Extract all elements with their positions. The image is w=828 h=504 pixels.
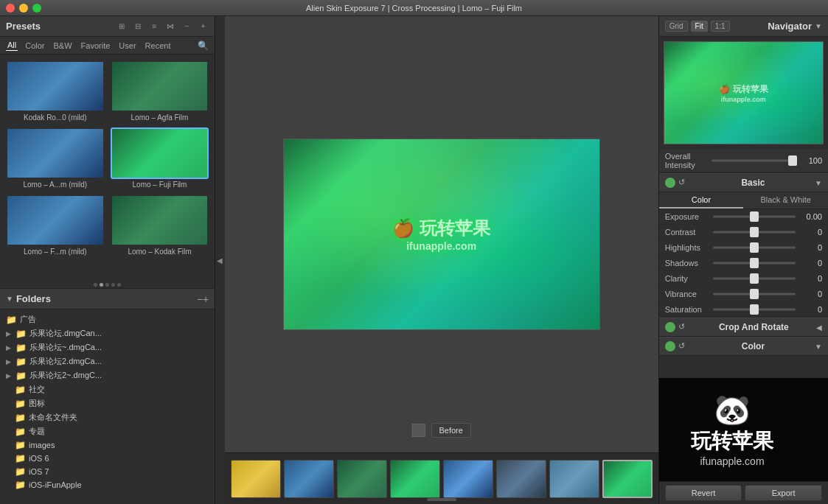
section-reset-icon[interactable]: ↺ bbox=[678, 178, 689, 188]
panel-collapse-arrow[interactable]: ◀ bbox=[215, 16, 224, 504]
folders-collapse-icon[interactable]: ▼ bbox=[6, 295, 13, 303]
slider-thumb[interactable] bbox=[788, 155, 797, 166]
vibrance-value: 0 bbox=[796, 290, 822, 298]
contrast-slider[interactable] bbox=[713, 227, 796, 237]
intensity-slider[interactable] bbox=[712, 155, 797, 166]
scroll-dot bbox=[117, 283, 121, 287]
tab-favorite[interactable]: Favorite bbox=[80, 41, 112, 51]
clarity-slider[interactable] bbox=[713, 273, 796, 284]
vibrance-row: Vibrance 0 bbox=[659, 287, 828, 302]
options-icon[interactable]: ⋈ bbox=[164, 21, 176, 32]
filmstrip bbox=[225, 452, 658, 504]
folder-item[interactable]: 📁 广告 bbox=[0, 312, 215, 326]
folders-minus-icon[interactable]: − bbox=[197, 293, 203, 305]
plus-icon[interactable]: + bbox=[197, 21, 209, 32]
preset-thumbnail bbox=[7, 196, 103, 245]
folder-icon: 📁 bbox=[15, 413, 26, 423]
slider-thumb[interactable] bbox=[750, 289, 759, 299]
search-icon[interactable]: 🔍 bbox=[198, 41, 209, 51]
crop-rotate-section[interactable]: ↺ Crop And Rotate ◀ bbox=[659, 318, 828, 337]
preset-item-selected[interactable]: Lomo – Fuji Film bbox=[111, 127, 209, 189]
preset-item[interactable]: Lomo – Agfa Film bbox=[111, 60, 209, 122]
folder-item[interactable]: ▶ 📁 乐果论坛2~.dmgC... bbox=[0, 368, 215, 382]
minimize-button[interactable] bbox=[19, 4, 28, 13]
folders-plus-icon[interactable]: + bbox=[203, 293, 209, 305]
folder-item[interactable]: 📁 社交 bbox=[0, 382, 215, 396]
color-bw-tabs: Color Black & White bbox=[659, 192, 828, 209]
grid-view-icon[interactable]: ⊞ bbox=[116, 21, 128, 32]
shadows-slider[interactable] bbox=[713, 258, 796, 268]
slider-track bbox=[712, 160, 797, 162]
folder-item[interactable]: 📁 iOS 6 bbox=[0, 452, 215, 465]
filmstrip-item[interactable] bbox=[284, 460, 334, 498]
section-enable-icon[interactable] bbox=[665, 178, 675, 188]
color-tab[interactable]: Color bbox=[659, 192, 744, 209]
folder-item[interactable]: 📁 专题 bbox=[0, 424, 215, 438]
vibrance-slider[interactable] bbox=[713, 289, 796, 299]
folder-item[interactable]: 📁 iOS 7 bbox=[0, 465, 215, 478]
folder-item[interactable]: 📁 iOS-iFunApple bbox=[0, 478, 215, 491]
close-button[interactable] bbox=[6, 4, 15, 13]
export-button[interactable]: Export bbox=[745, 485, 822, 501]
film-thumbnail bbox=[444, 461, 493, 497]
nav-watermark-line1: 🍎 玩转苹果 bbox=[719, 83, 768, 96]
filmstrip-item[interactable] bbox=[390, 460, 440, 498]
ratio-btn[interactable]: 1:1 bbox=[711, 21, 730, 32]
revert-button[interactable]: Revert bbox=[665, 485, 742, 501]
tab-color[interactable]: Color bbox=[24, 41, 46, 51]
filmstrip-item[interactable] bbox=[443, 460, 493, 498]
preset-item[interactable]: Lomo – Kodak Film bbox=[111, 195, 209, 256]
filmstrip-scrollbar[interactable] bbox=[427, 498, 456, 501]
saturation-slider[interactable] bbox=[713, 304, 796, 315]
grid-btn[interactable]: Grid bbox=[665, 21, 688, 32]
list-view-icon[interactable]: ≡ bbox=[148, 21, 160, 32]
folder-item[interactable]: ▶ 📁 乐果论坛.dmgCan... bbox=[0, 326, 215, 340]
maximize-button[interactable] bbox=[32, 4, 41, 13]
filmstrip-item[interactable] bbox=[549, 460, 599, 498]
crop-rotate-arrow[interactable]: ◀ bbox=[816, 323, 822, 332]
folder-item[interactable]: ▶ 📁 乐果论坛2.dmgCa... bbox=[0, 354, 215, 368]
folder-icon: 📁 bbox=[15, 343, 27, 353]
scroll-dot bbox=[105, 283, 109, 287]
preset-item[interactable]: Lomo – F...m (mild) bbox=[6, 195, 105, 256]
color-section[interactable]: ↺ Color ▼ bbox=[659, 337, 828, 356]
tab-all[interactable]: All bbox=[6, 40, 18, 51]
grid-small-icon[interactable]: ⊟ bbox=[132, 21, 144, 32]
clarity-value: 0 bbox=[796, 274, 822, 283]
highlights-slider[interactable] bbox=[713, 242, 796, 253]
tab-bw[interactable]: B&W bbox=[52, 41, 74, 51]
preset-item[interactable]: Kodak Ro...0 (mild) bbox=[6, 60, 105, 122]
tab-recent[interactable]: Recent bbox=[144, 41, 173, 51]
folder-item[interactable]: ▶ 📁 乐果论坛~.dmgCa... bbox=[0, 340, 215, 354]
filmstrip-item[interactable] bbox=[337, 460, 387, 498]
preset-item[interactable]: Lomo – A...m (mild) bbox=[6, 127, 105, 189]
exposure-slider[interactable] bbox=[713, 211, 796, 222]
basic-section-arrow[interactable]: ▼ bbox=[815, 179, 822, 187]
color-section-arrow[interactable]: ▼ bbox=[815, 343, 822, 351]
slider-thumb[interactable] bbox=[750, 227, 759, 237]
preview-image: 🍎 玩转苹果 ifunapple.com bbox=[283, 139, 600, 330]
fit-btn[interactable]: Fit bbox=[691, 21, 708, 32]
minus-icon[interactable]: − bbox=[181, 21, 192, 32]
slider-thumb[interactable] bbox=[750, 211, 759, 222]
crop-section-enable-icon[interactable] bbox=[665, 322, 675, 332]
navigator-collapse-icon[interactable]: ▼ bbox=[815, 22, 822, 30]
bw-tab[interactable]: Black & White bbox=[743, 192, 828, 209]
folder-item[interactable]: 📁 图标 bbox=[0, 396, 215, 410]
folder-item[interactable]: 📁 images bbox=[0, 438, 215, 452]
crop-section-reset-icon[interactable]: ↺ bbox=[678, 322, 689, 332]
tab-user[interactable]: User bbox=[117, 41, 137, 51]
color-section-reset-icon[interactable]: ↺ bbox=[678, 341, 689, 351]
slider-thumb[interactable] bbox=[750, 304, 759, 315]
filmstrip-item[interactable] bbox=[496, 460, 546, 498]
before-button[interactable]: Before bbox=[431, 423, 470, 438]
color-section-enable-icon[interactable] bbox=[665, 341, 675, 351]
slider-thumb[interactable] bbox=[750, 242, 759, 253]
filmstrip-item[interactable] bbox=[231, 460, 281, 498]
slider-thumb[interactable] bbox=[750, 258, 759, 268]
folder-item[interactable]: 📁 未命名文件夹 bbox=[0, 410, 215, 424]
navigator-header: Grid Fit 1:1 Navigator ▼ bbox=[659, 16, 828, 37]
before-split-indicator[interactable] bbox=[411, 424, 425, 437]
slider-thumb[interactable] bbox=[750, 273, 759, 284]
filmstrip-item-active[interactable] bbox=[602, 460, 653, 498]
